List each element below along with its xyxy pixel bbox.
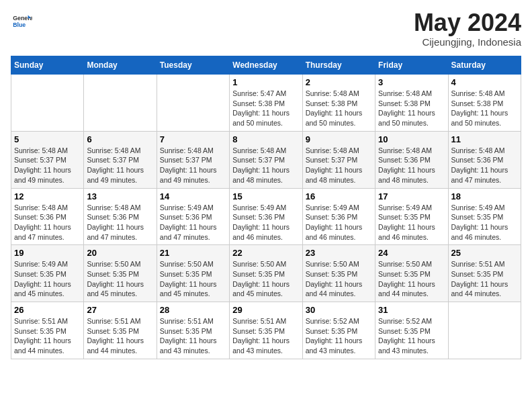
day-info: Sunrise: 5:49 AM Sunset: 5:35 PM Dayligh… <box>378 203 445 242</box>
day-number: 9 <box>306 134 372 144</box>
day-info: Sunrise: 5:48 AM Sunset: 5:37 PM Dayligh… <box>306 146 372 185</box>
day-of-week-header: Saturday <box>448 56 521 75</box>
day-info: Sunrise: 5:47 AM Sunset: 5:38 PM Dayligh… <box>232 89 299 128</box>
day-of-week-header: Tuesday <box>157 56 229 75</box>
day-number: 21 <box>160 248 226 258</box>
calendar-cell: 22Sunrise: 5:50 AM Sunset: 5:35 PM Dayli… <box>230 245 302 302</box>
day-number: 16 <box>306 191 372 201</box>
calendar-cell: 20Sunrise: 5:50 AM Sunset: 5:35 PM Dayli… <box>84 245 157 302</box>
calendar-cell: 3Sunrise: 5:48 AM Sunset: 5:38 PM Daylig… <box>375 75 448 132</box>
day-number: 27 <box>87 305 153 315</box>
day-number: 31 <box>378 305 445 315</box>
calendar-week-row: 19Sunrise: 5:49 AM Sunset: 5:35 PM Dayli… <box>11 245 521 302</box>
day-number: 10 <box>378 134 445 144</box>
calendar-cell: 19Sunrise: 5:49 AM Sunset: 5:35 PM Dayli… <box>11 245 84 302</box>
calendar-cell: 7Sunrise: 5:48 AM Sunset: 5:37 PM Daylig… <box>157 131 229 188</box>
calendar-week-row: 1Sunrise: 5:47 AM Sunset: 5:38 PM Daylig… <box>11 75 521 132</box>
day-info: Sunrise: 5:49 AM Sunset: 5:36 PM Dayligh… <box>232 203 299 242</box>
day-info: Sunrise: 5:49 AM Sunset: 5:36 PM Dayligh… <box>160 203 226 242</box>
day-of-week-header: Friday <box>375 56 448 75</box>
day-number: 15 <box>232 191 299 201</box>
day-of-week-header: Monday <box>84 56 157 75</box>
day-info: Sunrise: 5:48 AM Sunset: 5:38 PM Dayligh… <box>378 89 445 128</box>
calendar-cell: 16Sunrise: 5:49 AM Sunset: 5:36 PM Dayli… <box>302 188 375 245</box>
calendar-cell: 9Sunrise: 5:48 AM Sunset: 5:37 PM Daylig… <box>302 131 375 188</box>
day-number: 3 <box>378 77 445 87</box>
title-block: May 2024 Cijeungjing, Indonesia <box>414 11 521 48</box>
day-info: Sunrise: 5:52 AM Sunset: 5:35 PM Dayligh… <box>306 316 372 356</box>
day-number: 20 <box>87 248 153 258</box>
calendar-cell: 26Sunrise: 5:51 AM Sunset: 5:35 PM Dayli… <box>11 302 84 359</box>
day-info: Sunrise: 5:51 AM Sunset: 5:35 PM Dayligh… <box>87 316 153 356</box>
day-info: Sunrise: 5:52 AM Sunset: 5:35 PM Dayligh… <box>378 316 445 356</box>
calendar-week-row: 5Sunrise: 5:48 AM Sunset: 5:37 PM Daylig… <box>11 131 521 188</box>
calendar-cell: 29Sunrise: 5:51 AM Sunset: 5:35 PM Dayli… <box>230 302 302 359</box>
day-number: 7 <box>160 134 226 144</box>
calendar-cell <box>84 75 157 132</box>
day-number: 25 <box>451 248 518 258</box>
day-number: 22 <box>232 248 299 258</box>
day-number: 2 <box>306 77 372 87</box>
day-info: Sunrise: 5:48 AM Sunset: 5:38 PM Dayligh… <box>306 89 372 128</box>
day-number: 18 <box>451 191 518 201</box>
day-number: 4 <box>451 77 518 87</box>
day-info: Sunrise: 5:51 AM Sunset: 5:35 PM Dayligh… <box>160 316 226 356</box>
day-info: Sunrise: 5:48 AM Sunset: 5:36 PM Dayligh… <box>87 203 153 242</box>
day-info: Sunrise: 5:51 AM Sunset: 5:35 PM Dayligh… <box>451 259 518 299</box>
day-number: 11 <box>451 134 518 144</box>
page-header: General Blue May 2024 Cijeungjing, Indon… <box>11 11 521 48</box>
calendar-cell: 18Sunrise: 5:49 AM Sunset: 5:35 PM Dayli… <box>448 188 521 245</box>
calendar-cell: 25Sunrise: 5:51 AM Sunset: 5:35 PM Dayli… <box>448 245 521 302</box>
day-info: Sunrise: 5:48 AM Sunset: 5:36 PM Dayligh… <box>378 146 445 185</box>
day-number: 28 <box>160 305 226 315</box>
svg-text:General: General <box>13 15 32 21</box>
day-info: Sunrise: 5:49 AM Sunset: 5:35 PM Dayligh… <box>14 259 81 299</box>
calendar-cell: 17Sunrise: 5:49 AM Sunset: 5:35 PM Dayli… <box>375 188 448 245</box>
day-number: 24 <box>378 248 445 258</box>
day-number: 5 <box>14 134 81 144</box>
day-info: Sunrise: 5:50 AM Sunset: 5:35 PM Dayligh… <box>160 259 226 299</box>
day-number: 14 <box>160 191 226 201</box>
day-info: Sunrise: 5:50 AM Sunset: 5:35 PM Dayligh… <box>306 259 372 299</box>
day-info: Sunrise: 5:49 AM Sunset: 5:36 PM Dayligh… <box>306 203 372 242</box>
day-info: Sunrise: 5:48 AM Sunset: 5:38 PM Dayligh… <box>451 89 518 128</box>
calendar-cell: 23Sunrise: 5:50 AM Sunset: 5:35 PM Dayli… <box>302 245 375 302</box>
day-info: Sunrise: 5:49 AM Sunset: 5:35 PM Dayligh… <box>451 203 518 242</box>
calendar-cell: 13Sunrise: 5:48 AM Sunset: 5:36 PM Dayli… <box>84 188 157 245</box>
day-number: 8 <box>232 134 299 144</box>
day-number: 26 <box>14 305 81 315</box>
calendar-cell: 2Sunrise: 5:48 AM Sunset: 5:38 PM Daylig… <box>302 75 375 132</box>
day-number: 13 <box>87 191 153 201</box>
day-info: Sunrise: 5:48 AM Sunset: 5:37 PM Dayligh… <box>160 146 226 185</box>
day-info: Sunrise: 5:51 AM Sunset: 5:35 PM Dayligh… <box>232 316 299 356</box>
calendar-cell: 28Sunrise: 5:51 AM Sunset: 5:35 PM Dayli… <box>157 302 229 359</box>
day-info: Sunrise: 5:50 AM Sunset: 5:35 PM Dayligh… <box>378 259 445 299</box>
month-year-title: May 2024 <box>414 11 521 35</box>
calendar-cell: 11Sunrise: 5:48 AM Sunset: 5:36 PM Dayli… <box>448 131 521 188</box>
calendar-cell <box>448 302 521 359</box>
calendar-cell: 15Sunrise: 5:49 AM Sunset: 5:36 PM Dayli… <box>230 188 302 245</box>
calendar-cell: 21Sunrise: 5:50 AM Sunset: 5:35 PM Dayli… <box>157 245 229 302</box>
calendar-week-row: 12Sunrise: 5:48 AM Sunset: 5:36 PM Dayli… <box>11 188 521 245</box>
day-number: 29 <box>232 305 299 315</box>
day-info: Sunrise: 5:48 AM Sunset: 5:37 PM Dayligh… <box>232 146 299 185</box>
day-number: 23 <box>306 248 372 258</box>
calendar-cell <box>157 75 229 132</box>
calendar-cell: 10Sunrise: 5:48 AM Sunset: 5:36 PM Dayli… <box>375 131 448 188</box>
day-number: 17 <box>378 191 445 201</box>
calendar-cell: 24Sunrise: 5:50 AM Sunset: 5:35 PM Dayli… <box>375 245 448 302</box>
day-number: 19 <box>14 248 81 258</box>
calendar-cell <box>11 75 84 132</box>
calendar-cell: 8Sunrise: 5:48 AM Sunset: 5:37 PM Daylig… <box>230 131 302 188</box>
calendar-week-row: 26Sunrise: 5:51 AM Sunset: 5:35 PM Dayli… <box>11 302 521 359</box>
day-info: Sunrise: 5:51 AM Sunset: 5:35 PM Dayligh… <box>14 316 81 356</box>
calendar-cell: 30Sunrise: 5:52 AM Sunset: 5:35 PM Dayli… <box>302 302 375 359</box>
day-info: Sunrise: 5:48 AM Sunset: 5:37 PM Dayligh… <box>87 146 153 185</box>
calendar-cell: 27Sunrise: 5:51 AM Sunset: 5:35 PM Dayli… <box>84 302 157 359</box>
calendar-header-row: SundayMondayTuesdayWednesdayThursdayFrid… <box>11 56 521 75</box>
calendar-cell: 14Sunrise: 5:49 AM Sunset: 5:36 PM Dayli… <box>157 188 229 245</box>
day-info: Sunrise: 5:50 AM Sunset: 5:35 PM Dayligh… <box>87 259 153 299</box>
day-number: 12 <box>14 191 81 201</box>
calendar-cell: 31Sunrise: 5:52 AM Sunset: 5:35 PM Dayli… <box>375 302 448 359</box>
day-info: Sunrise: 5:48 AM Sunset: 5:37 PM Dayligh… <box>14 146 81 185</box>
